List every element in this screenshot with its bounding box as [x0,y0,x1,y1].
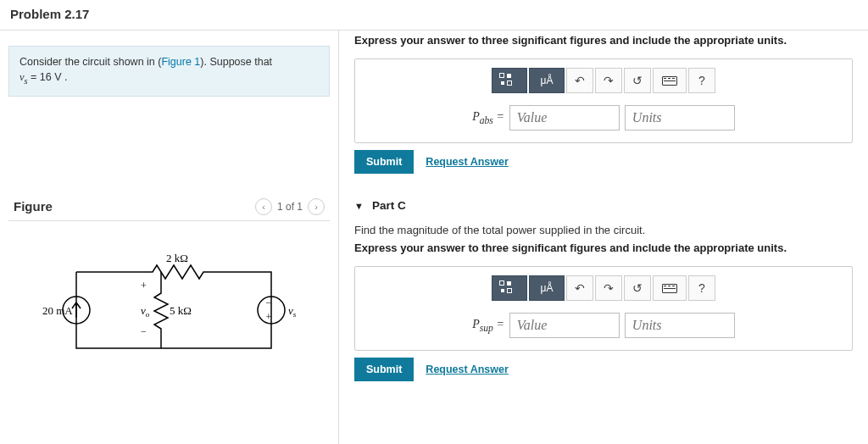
svg-text:−: − [141,325,147,337]
value-input-psup[interactable] [509,313,620,338]
figure-pager: ‹ 1 of 1 › [255,198,325,215]
collapse-icon: ▼ [354,201,364,211]
right-column: Express your answer to three significant… [339,31,868,444]
svg-text:5 kΩ: 5 kΩ [170,304,192,317]
toolbar-psup: μÅ ↶ ↷ ↺ ? [365,275,842,301]
lhs-pabs: Pabs = [472,110,504,126]
problem-title: Problem 2.17 [0,0,868,31]
svg-text:vo: vo [141,304,150,319]
submit-row-psup: Submit Request Answer [354,358,853,381]
instruction-c: Express your answer to three significant… [354,241,853,254]
main: Consider the circuit shown in (Figure 1)… [0,31,868,444]
svg-text:2 kΩ: 2 kΩ [166,252,188,264]
keyboard-icon [662,76,677,86]
templates-button-c[interactable] [492,275,527,301]
keyboard-button[interactable] [653,68,687,93]
reset-button[interactable]: ↺ [624,68,651,93]
request-answer-pabs[interactable]: Request Answer [426,156,508,168]
help-button-c[interactable]: ? [688,275,715,301]
templates-icon [499,280,520,296]
keyboard-icon [662,284,677,293]
toolbar-pabs: μÅ ↶ ↷ ↺ ? [365,68,842,93]
svg-text:−: − [265,297,271,308]
svg-text:+: + [265,311,271,323]
keyboard-button-c[interactable] [653,275,687,301]
svg-text:+: + [141,280,147,291]
inputs-psup: Psup = [365,313,842,338]
part-c-label: Part C [372,199,406,212]
figure-prev-button[interactable]: ‹ [255,198,272,215]
templates-icon [499,73,520,88]
submit-button-pabs[interactable]: Submit [354,150,414,174]
undo-button-c[interactable]: ↶ [566,275,593,301]
figure-label: Figure [14,199,53,214]
part-c-question: Find the magnitude of the total power su… [354,224,853,236]
circuit-svg: 20 mA 2 kΩ 5 kΩ + vo − − + vs [34,247,305,374]
units-input-pabs[interactable] [625,105,735,130]
instruction-b: Express your answer to three significant… [354,34,853,47]
figure-link[interactable]: Figure 1 [161,56,200,68]
submit-row-pabs: Submit Request Answer [354,150,853,174]
lhs-psup: Psup = [472,318,504,334]
request-answer-psup[interactable]: Request Answer [426,364,508,375]
left-column: Consider the circuit shown in (Figure 1)… [0,31,339,444]
templates-button[interactable] [492,68,527,93]
answer-box-psup: μÅ ↶ ↷ ↺ ? Psup = [354,266,853,351]
redo-button-c[interactable]: ↷ [595,275,622,301]
inputs-pabs: Pabs = [365,105,842,130]
problem-statement: Consider the circuit shown in (Figure 1)… [8,46,330,97]
figure-next-button[interactable]: › [308,198,325,215]
consider-suffix: ). Suppose that [200,56,272,68]
units-picker-button-c[interactable]: μÅ [529,275,565,301]
units-input-psup[interactable] [625,313,735,338]
consider-prefix: Consider the circuit shown in ( [19,56,161,68]
help-button[interactable]: ? [688,68,715,93]
redo-button[interactable]: ↷ [595,68,622,93]
value-input-pabs[interactable] [509,105,620,130]
figure-pager-text: 1 of 1 [277,201,303,213]
submit-button-psup[interactable]: Submit [354,358,414,381]
given-value: = 16 V . [28,71,68,83]
undo-button[interactable]: ↶ [566,68,593,93]
reset-button-c[interactable]: ↺ [624,275,651,301]
svg-text:20 mA: 20 mA [42,304,73,317]
circuit-figure: 20 mA 2 kΩ 5 kΩ + vo − − + vs [8,221,330,399]
units-picker-button[interactable]: μÅ [529,68,565,93]
part-c-header[interactable]: ▼ Part C [354,199,853,212]
svg-text:vs: vs [288,304,297,319]
var-vs: vs [19,71,28,83]
figure-header: Figure ‹ 1 of 1 › [8,198,330,221]
answer-box-pabs: μÅ ↶ ↷ ↺ ? Pabs = [354,58,853,143]
